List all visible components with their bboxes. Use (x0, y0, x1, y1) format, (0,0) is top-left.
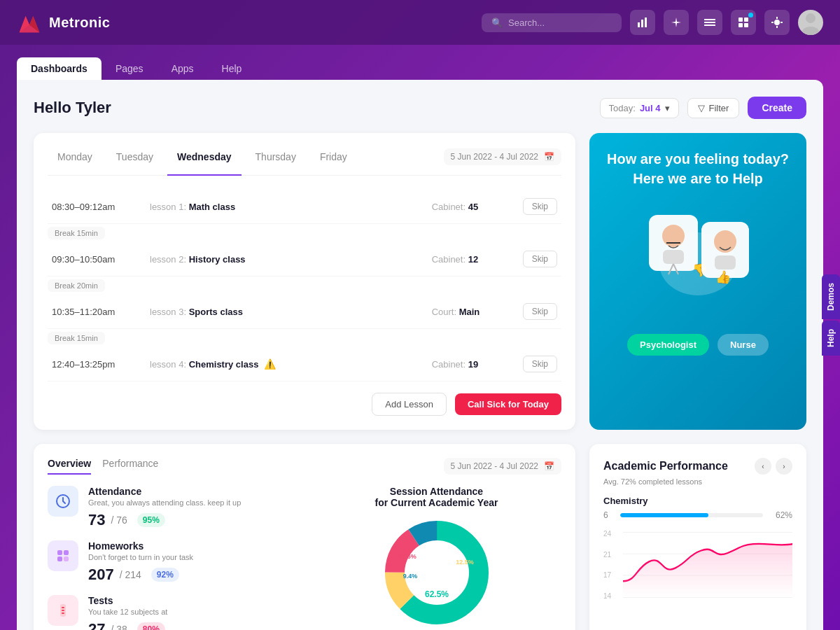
svg-rect-4 (641, 20, 643, 27)
sparkle-icon[interactable] (664, 10, 689, 35)
stat-row-homeworks: Homeworks Don't forget to turn in your t… (48, 540, 298, 584)
y-label-17: 17 (603, 571, 611, 579)
perf-next-button[interactable]: › (776, 458, 792, 475)
wellness-title: How are you feeling today? (607, 150, 789, 168)
perf-nav: ‹ › (755, 458, 792, 475)
add-lesson-button[interactable]: Add Lesson (372, 393, 447, 416)
calendar-icon: 📅 (544, 152, 554, 162)
svg-rect-30 (715, 255, 736, 270)
svg-rect-8 (704, 24, 715, 26)
svg-rect-40 (62, 612, 64, 614)
lesson-1-time: 08:30–09:12am (52, 202, 150, 212)
day-tab-wednesday[interactable]: Wednesday (167, 147, 241, 167)
svg-point-13 (774, 20, 780, 25)
secondary-nav: Dashboards Pages Apps Help (0, 45, 840, 80)
tests-stat-text: Tests You take 12 subjects at 27 / 38 80… (88, 595, 298, 630)
overview-tabs: Overview Performance (48, 458, 158, 475)
svg-rect-9 (738, 18, 743, 22)
logo-text: Metronic (49, 15, 110, 31)
stat-row-attendance: Attendance Great, you always attending c… (48, 486, 298, 529)
donut-title: Session Attendancefor Current Academic Y… (375, 486, 498, 508)
psychologist-button[interactable]: Psychologist (627, 334, 709, 356)
call-sick-button[interactable]: Call Sick for Today (455, 393, 561, 415)
donut-section: Session Attendancefor Current Academic Y… (312, 486, 561, 630)
user-avatar[interactable] (798, 10, 823, 35)
day-tabs-container: Monday Tuesday Wednesday Thursday Friday… (48, 147, 561, 176)
svg-rect-39 (62, 610, 64, 611)
tab-help[interactable]: Help (208, 57, 256, 80)
day-tab-thursday[interactable]: Thursday (246, 147, 306, 167)
svg-rect-5 (645, 18, 647, 27)
tab-dashboards[interactable]: Dashboards (17, 57, 102, 80)
page-header: Hello Tyler Today: Jul 4 ▾ ▽ Filter Crea… (34, 97, 806, 119)
svg-rect-3 (638, 22, 640, 27)
stat-row-tests: Tests You take 12 subjects at 27 / 38 80… (48, 595, 298, 630)
lesson-row-4: 12:40–13:25pm lesson 4: Chemistry class … (48, 347, 561, 382)
schedule-card: Monday Tuesday Wednesday Thursday Friday… (34, 133, 575, 430)
day-tab-tuesday[interactable]: Tuesday (106, 147, 163, 167)
tests-value-row: 27 / 38 80% (88, 620, 298, 630)
lesson-2-name: lesson 2: History class (150, 254, 432, 265)
tab-performance[interactable]: Performance (102, 458, 158, 475)
lesson-3-skip-button[interactable]: Skip (523, 303, 557, 320)
date-selector[interactable]: Today: Jul 4 ▾ (600, 98, 679, 118)
help-tab[interactable]: Help (822, 321, 840, 356)
tests-label: Tests (88, 595, 298, 606)
line-chart-area: 24 21 17 14 (603, 530, 792, 614)
break-badge-3: Break 15min (48, 329, 561, 347)
filter-icon: ▽ (698, 103, 705, 113)
svg-rect-33 (57, 550, 62, 555)
svg-rect-34 (64, 550, 69, 555)
lesson-2-skip-button[interactable]: Skip (523, 251, 557, 267)
svg-rect-24 (663, 250, 684, 264)
tab-pages[interactable]: Pages (102, 57, 158, 80)
attendance-pct: 95% (137, 513, 165, 527)
overview-date-range: 5 Jun 2022 - 4 Jul 2022 📅 (444, 458, 561, 475)
create-button[interactable]: Create (748, 97, 806, 119)
homeworks-val: 207 (88, 566, 114, 584)
lesson-row-2: 09:30–10:50am lesson 2: History class Ca… (48, 242, 561, 276)
attendance-desc: Great, you always attending class. keep … (88, 498, 298, 507)
search-input[interactable] (508, 18, 606, 28)
filter-button[interactable]: ▽ Filter (687, 98, 740, 118)
main-two-col: Monday Tuesday Wednesday Thursday Friday… (34, 133, 806, 430)
homeworks-value-row: 207 / 214 92% (88, 566, 298, 584)
header-actions: Today: Jul 4 ▾ ▽ Filter Create (600, 97, 806, 119)
page-title: Hello Tyler (34, 99, 111, 117)
date-value: Jul 4 (640, 103, 661, 113)
bottom-row: Overview Performance 5 Jun 2022 - 4 Jul … (34, 444, 806, 630)
lesson-1-name: lesson 1: Math class (150, 202, 432, 212)
svg-rect-36 (64, 556, 69, 561)
attendance-stat-text: Attendance Great, you always attending c… (88, 486, 298, 529)
lesson-3-location: Court: Main (432, 307, 523, 317)
sun-icon[interactable] (764, 10, 790, 35)
hamburger-icon[interactable] (697, 10, 722, 35)
tests-total: / 38 (111, 624, 127, 630)
svg-rect-10 (744, 18, 748, 22)
perf-prev-button[interactable]: ‹ (755, 458, 771, 475)
schedule-date-range: 5 Jun 2022 - 4 Jul 2022 📅 (444, 148, 561, 165)
search-bar[interactable]: 🔍 (482, 13, 622, 32)
donut-chart: 62.5% 12.5% 15.6% 9.4% (381, 517, 493, 629)
tab-overview[interactable]: Overview (48, 458, 91, 475)
day-tab-friday[interactable]: Friday (310, 147, 357, 167)
tests-desc: You take 12 subjects at (88, 608, 298, 616)
lesson-4-skip-button[interactable]: Skip (523, 356, 557, 372)
break-badge-1: Break 15min (48, 224, 561, 242)
perf-subtitle: Avg. 72% completed lessons (603, 477, 792, 486)
y-label-24: 24 (603, 530, 611, 538)
demos-tab[interactable]: Demos (822, 274, 840, 319)
svg-rect-35 (57, 556, 62, 561)
nurse-button[interactable]: Nurse (718, 334, 769, 356)
bar-chart-icon[interactable] (630, 10, 655, 35)
homeworks-total: / 214 (120, 569, 141, 580)
metronic-logo-icon (17, 10, 42, 35)
lesson-1-skip-button[interactable]: Skip (523, 198, 557, 215)
homeworks-icon (48, 540, 78, 571)
apps-grid-icon[interactable] (731, 10, 756, 35)
tab-apps[interactable]: Apps (158, 57, 208, 80)
schedule-actions: Add Lesson Call Sick for Today (48, 393, 561, 416)
overview-card: Overview Performance 5 Jun 2022 - 4 Jul … (34, 444, 575, 630)
day-tab-monday[interactable]: Monday (48, 147, 102, 167)
search-icon: 🔍 (491, 18, 503, 28)
